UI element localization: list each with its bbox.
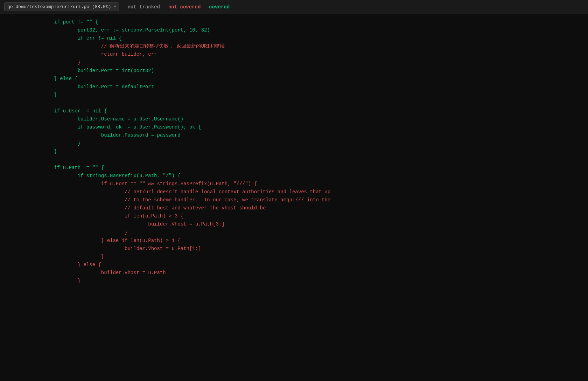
- legend-not-covered: not covered: [168, 4, 201, 10]
- code-line: builder.Password = password: [0, 131, 588, 139]
- toolbar: go-demo/testexample/uri/uri.go (88.0%) ▼…: [0, 0, 588, 14]
- code-line: if port != "" {: [0, 18, 588, 26]
- code-line: } else if len(u.Path) > 1 {: [0, 237, 588, 245]
- code-line: }: [0, 91, 588, 99]
- code-line: builder.Port = int(port32): [0, 67, 588, 75]
- code-line: if u.Path != "" {: [0, 164, 588, 172]
- code-line: }: [0, 139, 588, 147]
- code-line: } else {: [0, 75, 588, 83]
- file-selector[interactable]: go-demo/testexample/uri/uri.go (88.0%) ▼: [4, 2, 119, 11]
- code-line: if err != nil {: [0, 34, 588, 42]
- code-line: return builder, err: [0, 50, 588, 58]
- coverage-legend: not tracked not covered covered: [127, 4, 230, 10]
- code-line: }: [0, 253, 588, 261]
- code-line: if strings.HasPrefix(u.Path, "/") {: [0, 172, 588, 180]
- chevron-down-icon: ▼: [114, 5, 116, 9]
- code-line: builder.Username = u.User.Username(): [0, 115, 588, 123]
- code-line: }: [0, 58, 588, 67]
- code-line: port32, err := strconv.ParseInt(port, 10…: [0, 26, 588, 34]
- code-area: if port != "" { port32, err := strconv.P…: [0, 14, 588, 289]
- code-line: if u.Host == "" && strings.HasPrefix(u.P…: [0, 180, 588, 188]
- code-line: } else {: [0, 261, 588, 269]
- code-line: builder.Vhost = u.Path[1:]: [0, 245, 588, 253]
- file-selector-label: go-demo/testexample/uri/uri.go (88.0%): [7, 4, 111, 9]
- code-line: }: [0, 228, 588, 236]
- code-line-empty: [0, 156, 588, 164]
- code-line: // to the scheme handler. In our case, w…: [0, 196, 588, 204]
- code-line: // 解析出来的端口转整型失败， 返回最新的URI和错误: [0, 42, 588, 50]
- code-line: builder.Vhost = u.Path: [0, 269, 588, 277]
- code-line: }: [0, 277, 588, 285]
- code-line: builder.Vhost = u.Path[3:]: [0, 220, 588, 228]
- code-line: if password, ok := u.User.Password(); ok…: [0, 123, 588, 131]
- code-line-empty: [0, 99, 588, 107]
- code-line: // default host and whatever the vhost s…: [0, 204, 588, 212]
- code-line: }: [0, 148, 588, 156]
- legend-not-tracked: not tracked: [127, 4, 160, 10]
- code-line: builder.Port = defaultPort: [0, 83, 588, 91]
- legend-covered: covered: [209, 4, 230, 10]
- code-line: // net/url doesn't handle local context …: [0, 188, 588, 196]
- code-line: if u.User != nil {: [0, 107, 588, 115]
- code-line: if len(u.Path) > 3 {: [0, 212, 588, 220]
